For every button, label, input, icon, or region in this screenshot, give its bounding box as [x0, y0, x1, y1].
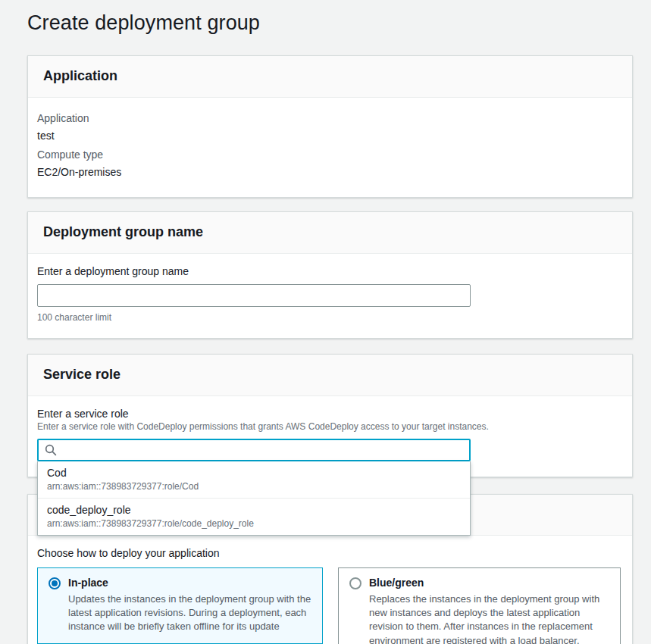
role-option-cod[interactable]: Cod arn:aws:iam::738983729377:role/Cod [38, 461, 470, 498]
deploy-method-label: Choose how to deploy your application [37, 547, 623, 559]
role-option-name: code_deploy_role [47, 504, 461, 516]
deployment-group-name-title: Deployment group name [28, 212, 632, 254]
service-role-label: Enter a service role [37, 408, 623, 420]
deployment-group-name-label: Enter a deployment group name [37, 265, 623, 277]
tile-in-place-description: Updates the instances in the deployment … [68, 592, 313, 634]
application-card-title: Application [28, 56, 632, 98]
radio-unselected-icon[interactable] [349, 577, 361, 589]
tile-blue-green-description: Replaces the instances in the deployment… [369, 592, 611, 644]
deployment-type-tiles: In-place Updates the instances in the de… [37, 567, 623, 644]
application-value: test [37, 127, 623, 145]
role-option-name: Cod [47, 467, 461, 479]
deployment-group-name-body: Enter a deployment group name 100 charac… [28, 254, 632, 338]
deployment-type-body: Choose how to deploy your application In… [28, 536, 632, 644]
search-icon [45, 444, 57, 456]
service-role-body: Enter a service role Enter a service rol… [28, 396, 632, 477]
deployment-group-name-input[interactable] [37, 284, 471, 307]
service-role-title: Service role [28, 355, 632, 396]
application-card-body: Application test Compute type EC2/On-pre… [28, 98, 632, 197]
application-label: Application [37, 109, 623, 127]
deployment-group-name-card: Deployment group name Enter a deployment… [27, 211, 633, 339]
character-limit-helper: 100 character limit [37, 312, 623, 323]
application-card: Application Application test Compute typ… [27, 55, 633, 198]
service-role-combobox: Cod arn:aws:iam::738983729377:role/Cod c… [37, 439, 471, 461]
tile-blue-green-name: Blue/green [369, 577, 611, 589]
role-option-code-deploy-role[interactable]: code_deploy_role arn:aws:iam::7389837293… [38, 498, 470, 535]
service-role-description: Enter a service role with CodeDeploy per… [37, 421, 623, 432]
tile-blue-green[interactable]: Blue/green Replaces the instances in the… [338, 567, 621, 644]
role-option-arn: arn:aws:iam::738983729377:role/code_depl… [47, 518, 461, 529]
role-option-arn: arn:aws:iam::738983729377:role/Cod [47, 481, 461, 492]
compute-type-label: Compute type [37, 145, 623, 163]
tile-in-place[interactable]: In-place Updates the instances in the de… [37, 567, 323, 644]
page-title: Create deployment group [0, 0, 651, 35]
service-role-card: Service role Enter a service role Enter … [27, 354, 633, 477]
service-role-search-input[interactable] [37, 439, 471, 461]
tile-in-place-name: In-place [68, 577, 313, 589]
service-role-dropdown: Cod arn:aws:iam::738983729377:role/Cod c… [37, 461, 471, 536]
radio-selected-icon[interactable] [49, 577, 61, 589]
compute-type-value: EC2/On-premises [37, 163, 623, 182]
